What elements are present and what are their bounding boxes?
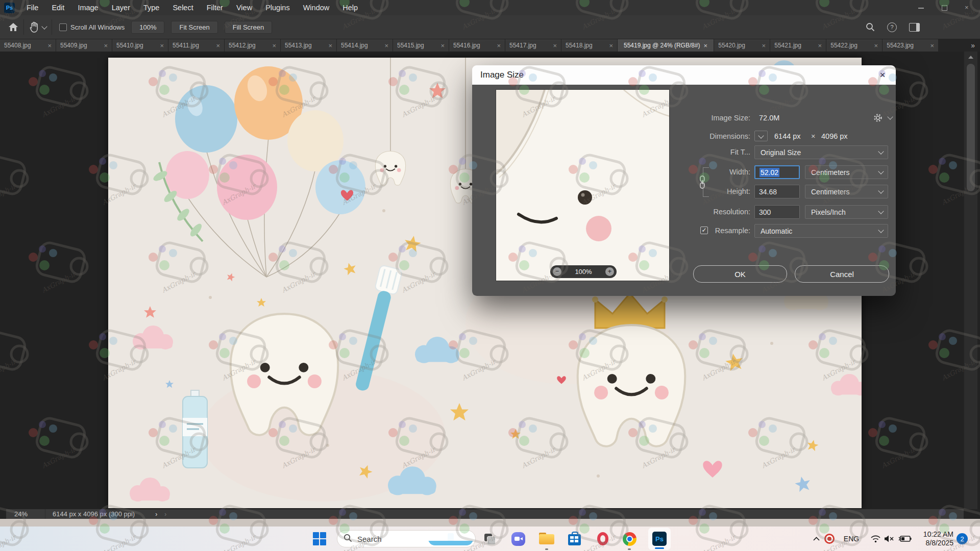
- gear-dropdown-icon[interactable]: [887, 114, 893, 119]
- tray-chevron-button[interactable]: [811, 527, 822, 551]
- volume-button[interactable]: [882, 527, 896, 551]
- document-tab[interactable]: 55413.jpg×: [281, 39, 336, 52]
- tab-close-icon[interactable]: ×: [549, 42, 557, 49]
- document-tab[interactable]: 55417.jpg×: [505, 39, 561, 52]
- tab-close-icon[interactable]: ×: [758, 42, 766, 49]
- height-unit-select[interactable]: Centimeters: [805, 185, 888, 198]
- document-tab[interactable]: 55422.jpg×: [826, 39, 882, 52]
- fill-screen-button[interactable]: Fill Screen: [225, 21, 272, 34]
- taskbar-search[interactable]: Search: [337, 530, 476, 547]
- scroll-up-icon[interactable]: [968, 56, 973, 59]
- zoom-level-field[interactable]: 24%: [14, 510, 45, 518]
- zoom-in-icon[interactable]: +: [605, 267, 614, 276]
- photoshop-taskbar-button[interactable]: Ps: [648, 528, 671, 550]
- workspace-layout-icon[interactable]: [909, 23, 920, 32]
- ok-button[interactable]: OK: [693, 265, 787, 283]
- status-expand-icon[interactable]: ›: [155, 511, 157, 518]
- tab-overflow-icon[interactable]: »: [966, 39, 980, 52]
- document-tab[interactable]: 55416.jpg×: [449, 39, 505, 52]
- resolution-input[interactable]: 300: [754, 205, 800, 219]
- opera-button[interactable]: [594, 527, 611, 551]
- document-tab-active[interactable]: 55419.jpg @ 24% (RGB/8#)×: [618, 39, 714, 52]
- hand-tool-icon[interactable]: [29, 21, 39, 33]
- resample-select[interactable]: Automatic: [754, 224, 888, 238]
- tab-close-icon[interactable]: ×: [268, 42, 276, 49]
- width-input[interactable]: 52.02: [754, 165, 800, 179]
- start-button[interactable]: [310, 527, 329, 551]
- cancel-button[interactable]: Cancel: [795, 265, 889, 283]
- menu-item-image[interactable]: Image: [71, 0, 105, 15]
- menu-item-layer[interactable]: Layer: [105, 0, 137, 15]
- menu-item-view[interactable]: View: [230, 0, 259, 15]
- tab-close-icon[interactable]: ×: [493, 42, 501, 49]
- tab-close-icon[interactable]: ×: [100, 42, 108, 49]
- menu-item-filter[interactable]: Filter: [200, 0, 230, 15]
- menu-item-plugins[interactable]: Plugins: [259, 0, 297, 15]
- resample-checkbox[interactable]: ✓: [700, 227, 708, 234]
- home-icon[interactable]: [8, 22, 18, 32]
- maximize-icon[interactable]: [942, 5, 947, 11]
- scroll-all-windows-checkbox[interactable]: [59, 23, 67, 31]
- vertical-scrollbar[interactable]: [964, 52, 977, 509]
- zoom-100-button[interactable]: 100%: [131, 21, 164, 34]
- document-tab[interactable]: 55411.jpg×: [168, 39, 224, 52]
- tab-close-icon[interactable]: ×: [437, 42, 445, 49]
- dimensions-dropdown-icon[interactable]: [754, 131, 768, 141]
- tab-close-icon[interactable]: ×: [212, 42, 220, 49]
- gear-icon[interactable]: [873, 113, 883, 124]
- document-tab[interactable]: 55418.jpg×: [561, 39, 617, 52]
- dialog-title-bar[interactable]: Image Size ×: [472, 65, 896, 85]
- menu-item-select[interactable]: Select: [166, 0, 200, 15]
- tab-close-icon[interactable]: ×: [44, 42, 52, 49]
- resolution-unit-select[interactable]: Pixels/Inch: [805, 205, 888, 219]
- task-view-button[interactable]: [481, 527, 498, 551]
- menu-item-file[interactable]: File: [20, 0, 45, 15]
- clock[interactable]: 10:22 AM 8/8/2025: [923, 530, 953, 547]
- chrome-button[interactable]: [621, 527, 638, 551]
- menu-item-edit[interactable]: Edit: [45, 0, 71, 15]
- tray-recorder-button[interactable]: [823, 527, 836, 551]
- document-tab[interactable]: 55420.jpg×: [714, 39, 770, 52]
- search-icon[interactable]: [866, 22, 875, 32]
- fit-screen-button[interactable]: Fit Screen: [171, 21, 217, 34]
- document-tab[interactable]: 55421.jpg×: [770, 39, 826, 52]
- hand-tool-dropdown-icon[interactable]: [41, 23, 47, 29]
- microsoft-store-button[interactable]: [566, 527, 583, 551]
- document-tab[interactable]: 55408.jpg×: [0, 39, 56, 52]
- tab-close-icon[interactable]: ×: [325, 42, 332, 49]
- tab-label: 55417.jpg: [509, 42, 536, 49]
- minimize-icon[interactable]: [918, 5, 924, 11]
- notification-badge[interactable]: 2: [957, 533, 968, 544]
- tab-close-icon[interactable]: ×: [927, 42, 935, 49]
- scrollbar-thumb[interactable]: [967, 64, 975, 191]
- tab-close-icon[interactable]: ×: [700, 42, 708, 49]
- close-icon[interactable]: ×: [965, 5, 971, 11]
- document-tab[interactable]: 55409.jpg×: [56, 39, 112, 52]
- dialog-close-icon[interactable]: ×: [876, 69, 889, 81]
- tab-close-icon[interactable]: ×: [156, 42, 164, 49]
- scroll-all-windows-option[interactable]: Scroll All Windows: [59, 23, 125, 31]
- file-explorer-button[interactable]: [537, 527, 556, 551]
- height-input[interactable]: 34.68: [754, 185, 800, 198]
- language-indicator[interactable]: ENG: [841, 527, 862, 551]
- search-highlight-image[interactable]: [428, 532, 473, 545]
- fit-to-select[interactable]: Original Size: [754, 145, 888, 159]
- tab-close-icon[interactable]: ×: [605, 42, 613, 49]
- document-tab[interactable]: 55410.jpg×: [112, 39, 168, 52]
- chat-button[interactable]: [509, 527, 527, 551]
- menu-item-type[interactable]: Type: [137, 0, 166, 15]
- tab-close-icon[interactable]: ×: [871, 42, 878, 49]
- document-tab[interactable]: 55414.jpg×: [337, 39, 393, 52]
- battery-button[interactable]: [897, 527, 913, 551]
- menu-item-window[interactable]: Window: [297, 0, 336, 15]
- help-icon[interactable]: ?: [887, 22, 897, 32]
- wifi-button[interactable]: [869, 527, 882, 551]
- menu-item-help[interactable]: Help: [336, 0, 364, 15]
- document-tab[interactable]: 55412.jpg×: [225, 39, 280, 52]
- document-tab[interactable]: 55423.jpg×: [883, 39, 938, 52]
- document-tab[interactable]: 55415.jpg×: [393, 39, 449, 52]
- tab-close-icon[interactable]: ×: [381, 42, 388, 49]
- tab-close-icon[interactable]: ×: [815, 42, 822, 49]
- zoom-out-icon[interactable]: −: [553, 267, 561, 276]
- width-unit-select[interactable]: Centimeters: [805, 165, 888, 179]
